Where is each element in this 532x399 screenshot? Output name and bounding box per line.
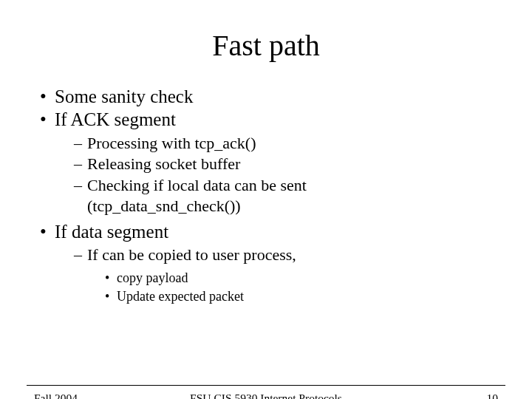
footer-center-text: FSU CIS 5930 Internet Protocols (0, 392, 532, 399)
sub-sub-bullet-item: •Update expected packet (105, 287, 532, 306)
dash-icon: – (74, 154, 87, 175)
sub-bullet-item: –Processing with tcp_ack() (74, 133, 532, 154)
bullet-text: Some sanity check (55, 86, 193, 106)
sub-sub-bullet-text: copy payload (117, 270, 188, 285)
bullet-item: •If ACK segment –Processing with tcp_ack… (40, 108, 532, 217)
sub-bullet-text: Processing with tcp_ack() (87, 134, 256, 152)
dash-icon: – (74, 245, 87, 266)
bullet-list-level2: –Processing with tcp_ack() –Releasing so… (74, 133, 532, 217)
bullet-dot-icon: • (40, 220, 55, 243)
bullet-list-level2: –If can be copied to user process, •copy… (74, 245, 532, 306)
bullet-text: If ACK segment (55, 109, 176, 129)
bullet-item: •Some sanity check (40, 85, 532, 108)
slide-footer: Fall 2004 FSU CIS 5930 Internet Protocol… (0, 392, 532, 399)
sub-bullet-item: –Releasing socket buffer (74, 154, 532, 175)
slide-number: 10 (487, 392, 499, 399)
bullet-list-level1: •Some sanity check •If ACK segment –Proc… (40, 85, 532, 306)
slide: Fast path •Some sanity check •If ACK seg… (0, 28, 532, 399)
bullet-dot-icon: • (105, 287, 117, 306)
sub-bullet-text: Checking if local data can be sent (87, 176, 307, 194)
sub-bullet-text: If can be copied to user process, (87, 245, 296, 264)
bullet-list-level3: •copy payload •Update expected packet (105, 269, 532, 306)
bullet-text: If data segment (55, 222, 168, 242)
sub-bullet-item: –If can be copied to user process, •copy… (74, 245, 532, 306)
dash-icon: – (74, 133, 87, 154)
bullet-dot-icon: • (40, 85, 55, 108)
sub-sub-bullet-text: Update expected packet (117, 289, 244, 304)
bullet-item: •If data segment –If can be copied to us… (40, 220, 532, 306)
bullet-dot-icon: • (105, 269, 117, 287)
sub-bullet-item: –Checking if local data can be sent (tcp… (74, 175, 532, 217)
footer-divider (27, 385, 505, 386)
slide-title: Fast path (0, 28, 532, 63)
sub-bullet-text: Releasing socket buffer (87, 154, 240, 173)
bullet-dot-icon: • (40, 108, 55, 131)
dash-icon: – (74, 175, 87, 197)
sub-sub-bullet-item: •copy payload (105, 269, 532, 287)
sub-bullet-text-wrap: (tcp_data_snd_check()) (74, 196, 532, 217)
